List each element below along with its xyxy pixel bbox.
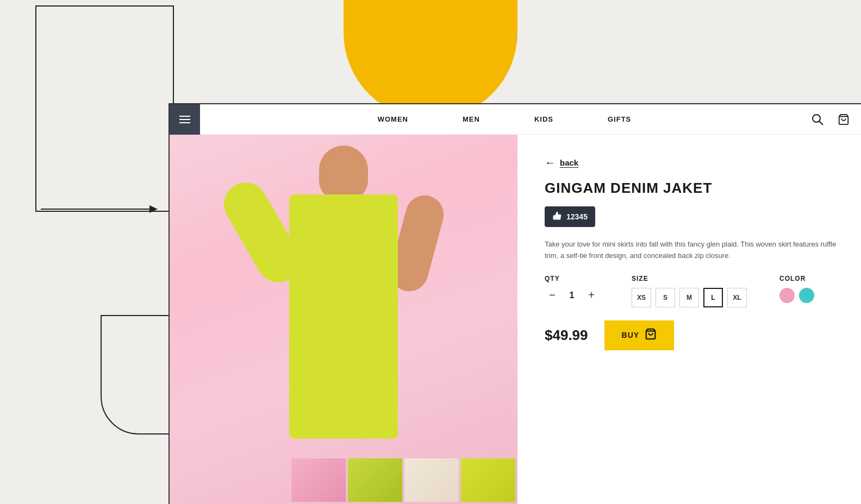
color-swatch-pink[interactable] <box>779 288 795 303</box>
buy-button[interactable]: BUY <box>604 320 675 350</box>
like-icon <box>552 211 562 223</box>
product-description: Take your love for mini skirts into fall… <box>545 239 841 262</box>
likes-count: 12345 <box>566 212 588 221</box>
cart-button[interactable] <box>835 111 852 128</box>
color-swatch-teal[interactable] <box>799 288 814 303</box>
thumbnail-1[interactable] <box>291 458 346 502</box>
app-window: WOMEN MEN KIDS GIFTS <box>169 103 861 504</box>
svg-line-3 <box>819 121 823 125</box>
decorative-rect-bottom-left <box>101 315 177 434</box>
search-button[interactable] <box>809 111 826 128</box>
nav-bar: WOMEN MEN KIDS GIFTS <box>170 104 861 135</box>
thumbnail-2[interactable] <box>348 458 402 502</box>
nav-links: WOMEN MEN KIDS GIFTS <box>200 115 809 123</box>
search-icon <box>812 114 823 125</box>
decorative-circle <box>344 0 517 119</box>
nav-link-men[interactable]: MEN <box>463 115 480 123</box>
decorative-arrow <box>41 201 160 217</box>
back-link[interactable]: ← back <box>545 156 841 169</box>
model-figure <box>229 135 458 504</box>
qty-control: − 1 + <box>545 288 599 303</box>
qty-group: QTY − 1 + <box>545 275 599 303</box>
nav-link-kids[interactable]: KIDS <box>534 115 553 123</box>
product-price: $49.99 <box>545 327 588 344</box>
size-m[interactable]: M <box>679 288 699 307</box>
qty-minus-button[interactable]: − <box>545 288 560 303</box>
svg-point-2 <box>813 115 820 122</box>
color-group: COLOR <box>779 275 814 303</box>
size-s[interactable]: S <box>656 288 675 307</box>
back-arrow-icon: ← <box>545 156 556 169</box>
thumbnail-4[interactable] <box>461 458 515 502</box>
hamburger-icon <box>179 116 190 123</box>
model-body <box>289 194 398 439</box>
model-head <box>319 146 368 200</box>
menu-button[interactable] <box>170 104 200 135</box>
qty-plus-button[interactable]: + <box>584 288 599 303</box>
thumbnail-3[interactable] <box>404 458 459 502</box>
product-title: GINGAM DENIM JAKET <box>545 180 841 197</box>
buy-label: BUY <box>622 331 640 339</box>
decorative-rect-top-left <box>35 5 174 212</box>
color-label: COLOR <box>779 275 814 282</box>
qty-label: QTY <box>545 275 599 282</box>
size-group: SIZE XS S M L XL <box>632 275 747 307</box>
thumbnail-strip <box>289 456 517 504</box>
qty-value: 1 <box>566 291 577 300</box>
color-options <box>779 288 814 303</box>
product-image-section <box>170 135 517 504</box>
options-row: QTY − 1 + SIZE XS S M L XL <box>545 275 841 307</box>
svg-marker-1 <box>149 205 158 213</box>
size-label: SIZE <box>632 275 747 282</box>
nav-icons <box>809 111 861 128</box>
nav-link-gifts[interactable]: GIFTS <box>608 115 631 123</box>
size-xl[interactable]: XL <box>727 288 747 307</box>
buy-cart-icon <box>645 328 657 343</box>
size-xs[interactable]: XS <box>632 288 651 307</box>
cart-icon <box>838 114 850 125</box>
product-detail-section: ← back GINGAM DENIM JAKET 12345 Take you… <box>517 135 861 504</box>
nav-link-women[interactable]: WOMEN <box>378 115 408 123</box>
main-product-image <box>170 135 517 504</box>
back-label: back <box>560 158 578 167</box>
buy-row: $49.99 BUY <box>545 320 841 350</box>
size-l[interactable]: L <box>703 288 723 307</box>
size-options: XS S M L XL <box>632 288 747 307</box>
content-area: ← back GINGAM DENIM JAKET 12345 Take you… <box>170 135 861 504</box>
likes-badge: 12345 <box>545 206 595 227</box>
